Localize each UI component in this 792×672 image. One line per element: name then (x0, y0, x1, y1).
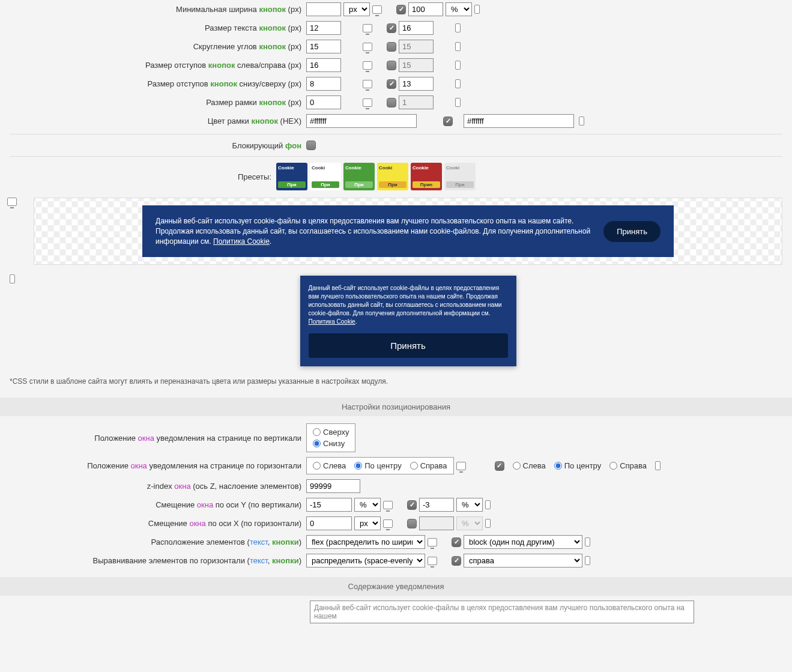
text-size-desktop-input[interactable] (306, 21, 341, 35)
mobile-icon (579, 117, 584, 126)
border-radius-mobile-cb[interactable] (387, 42, 396, 52)
mobile-icon (10, 274, 15, 283)
pos-v-radio-group: Сверху Снизу (306, 423, 355, 452)
preset-0[interactable]: CookieПри (276, 163, 307, 190)
text-size-mobile-cb[interactable] (387, 23, 396, 33)
align-mobile-select[interactable]: справа (464, 554, 582, 568)
border-color-mobile-input[interactable] (464, 114, 574, 128)
preset-5[interactable]: CookiПри (444, 163, 476, 190)
banner-text: Данный веб-сайт использует cookie-файлы … (309, 284, 508, 326)
mobile-icon (485, 519, 491, 528)
min-width-mobile-unit[interactable]: % (446, 2, 472, 16)
preset-1[interactable]: CookiПри (310, 163, 341, 190)
layout-mobile-select[interactable]: block (один под другим) (464, 535, 582, 549)
monitor-icon (363, 61, 372, 70)
accept-button[interactable]: Принять (603, 221, 661, 242)
pos-v-bottom[interactable]: Снизу (313, 439, 349, 448)
min-width-desktop-input[interactable] (306, 2, 341, 16)
row-pad-lr: Размер отступов кнопок слева/справа (px) (0, 56, 792, 74)
offset-x-mobile-input[interactable] (419, 516, 454, 530)
blocking-bg-cb[interactable] (306, 141, 316, 150)
pad-tb-mobile-cb[interactable] (387, 79, 396, 89)
layout-desktop-select[interactable]: flex (распределить по ширине) (306, 535, 425, 549)
border-size-mobile-cb[interactable] (387, 98, 396, 107)
monitor-icon (428, 557, 437, 565)
mobile-icon (455, 98, 461, 107)
mobile-icon (455, 79, 461, 88)
pos-h-desktop-radio-group: Слева По центру Справа (306, 457, 454, 474)
monitor-icon (7, 198, 17, 206)
align-desktop-select[interactable]: распределить (space-evenly) (306, 554, 425, 568)
cookie-banner-desktop: Данный веб-сайт использует cookie-файлы … (142, 205, 674, 257)
monitor-icon (363, 24, 372, 32)
min-width-desktop-unit[interactable]: px (343, 2, 370, 16)
text-size-mobile-input[interactable] (399, 21, 434, 35)
pos-h-m-right[interactable]: Справа (609, 461, 647, 470)
monitor-icon (372, 5, 382, 14)
pos-h-right[interactable]: Справа (410, 461, 447, 470)
border-color-desktop-input[interactable] (306, 114, 417, 128)
mobile-icon (485, 500, 491, 509)
monitor-icon (456, 462, 466, 470)
offset-y-mobile-input[interactable] (419, 498, 454, 512)
row-border-color: Цвет рамки кнопок (HEX) (0, 112, 792, 130)
min-width-mobile-cb[interactable] (396, 5, 406, 14)
row-min-width: Минимальная ширина кнопок (px) px % (0, 0, 792, 19)
preset-2[interactable]: CookieПри (343, 163, 375, 190)
min-width-mobile-input[interactable] (408, 2, 443, 16)
row-layout: Расположение элементов (текст, кнопки) f… (0, 533, 792, 551)
css-note: *CSS стили в шаблоне сайта могут влиять … (0, 372, 792, 390)
layout-mobile-cb[interactable] (452, 537, 461, 547)
monitor-icon (383, 519, 393, 528)
row-border-size: Размер рамки кнопок (px) (0, 93, 792, 112)
content-textarea[interactable]: Данный веб-сайт использует cookie-файлы … (310, 601, 694, 623)
content-header: Содержание уведомления (0, 577, 792, 596)
border-radius-mobile-input[interactable] (399, 40, 434, 53)
border-size-mobile-input[interactable] (399, 95, 434, 109)
border-color-mobile-cb[interactable] (443, 117, 453, 126)
pos-h-mobile-cb[interactable] (495, 461, 504, 471)
preset-3[interactable]: CookiПри (377, 163, 408, 190)
monitor-icon (363, 80, 372, 88)
pos-v-top[interactable]: Сверху (313, 428, 349, 437)
offset-x-desktop-input[interactable] (306, 516, 352, 530)
pad-lr-mobile-input[interactable] (399, 58, 434, 72)
mobile-icon (455, 61, 461, 70)
accept-button[interactable]: Принять (309, 333, 508, 358)
row-zindex: z-index окна (ось Z, наслоение элементов… (0, 477, 792, 495)
border-radius-desktop-input[interactable] (306, 40, 341, 53)
offset-x-mobile-unit[interactable]: % (456, 516, 483, 530)
offset-x-mobile-cb[interactable] (407, 519, 417, 528)
offset-y-mobile-cb[interactable] (407, 500, 417, 510)
mobile-icon (585, 537, 590, 546)
offset-y-desktop-unit[interactable]: % (354, 498, 381, 512)
pad-lr-mobile-cb[interactable] (387, 61, 396, 70)
pad-tb-mobile-input[interactable] (399, 77, 434, 91)
pos-h-left[interactable]: Слева (313, 461, 346, 470)
align-mobile-cb[interactable] (452, 556, 461, 566)
row-pos-h: Положение окна уведомления на странице п… (0, 455, 792, 477)
offset-y-mobile-unit[interactable]: % (456, 498, 483, 512)
mobile-icon (585, 556, 590, 565)
monitor-icon (428, 538, 437, 546)
pos-h-m-left[interactable]: Слева (513, 461, 546, 470)
row-blocking-bg: Блокирующий фон (0, 138, 792, 153)
border-size-desktop-input[interactable] (306, 95, 341, 109)
preset-4[interactable]: CookieПрин (411, 163, 442, 190)
offset-x-desktop-unit[interactable]: px (354, 516, 381, 530)
cookie-banner-mobile: Данный веб-сайт использует cookie-файлы … (300, 276, 516, 366)
policy-link[interactable]: Политика Cookie (213, 237, 270, 246)
row-align: Выравнивание элементов по горизонтали (т… (0, 551, 792, 570)
zindex-input[interactable] (306, 479, 360, 493)
row-text-size: Размер текста кнопок (px) (0, 19, 792, 37)
mobile-icon (455, 42, 461, 51)
monitor-icon (383, 501, 393, 509)
pad-lr-desktop-input[interactable] (306, 58, 341, 72)
pad-tb-desktop-input[interactable] (306, 77, 341, 91)
pos-h-m-center[interactable]: По центру (554, 461, 601, 470)
mobile-icon (455, 23, 461, 32)
pos-h-center[interactable]: По центру (354, 461, 401, 470)
offset-y-desktop-input[interactable] (306, 498, 352, 512)
row-offset-y: Смещение окна по оси Y (по вертикали) % … (0, 495, 792, 514)
policy-link[interactable]: Политика Cookie (309, 318, 355, 325)
